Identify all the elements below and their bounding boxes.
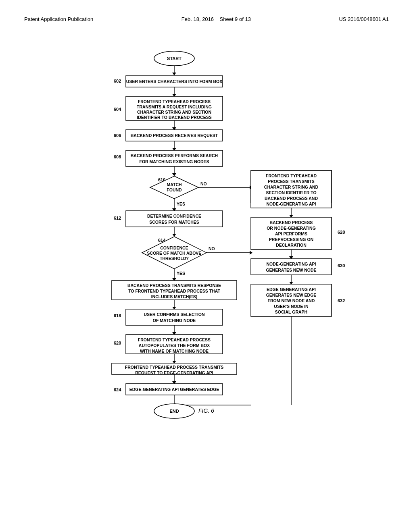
svg-text:NO: NO	[209, 246, 215, 251]
svg-text:BACKEND PROCESS PERFORMS SEARC: BACKEND PROCESS PERFORMS SEARCH	[131, 153, 218, 158]
svg-text:DECLARATION: DECLARATION	[276, 243, 307, 247]
header-left: Patent Application Publication	[24, 16, 93, 22]
svg-text:FIG. 6: FIG. 6	[198, 407, 214, 414]
header-center: Feb. 18, 2016 Sheet 9 of 13	[181, 16, 251, 22]
flowchart-diagram: START 602 USER ENTERS CHARACTERS INTO FO…	[49, 46, 364, 510]
svg-text:SOCIAL GRAPH: SOCIAL GRAPH	[275, 310, 307, 314]
svg-marker-3	[172, 73, 176, 75]
svg-text:BACKEND PROCESS AND: BACKEND PROCESS AND	[265, 196, 318, 201]
svg-text:GENERATES NEW NODE: GENERATES NEW NODE	[266, 268, 316, 272]
svg-text:FROM NEW NODE AND: FROM NEW NODE AND	[268, 298, 315, 303]
svg-text:THRESHOLD?: THRESHOLD?	[160, 256, 189, 261]
svg-text:628: 628	[338, 230, 345, 235]
svg-text:606: 606	[114, 133, 121, 138]
svg-text:CHARACTER STRING AND: CHARACTER STRING AND	[264, 185, 319, 189]
svg-text:602: 602	[114, 79, 121, 83]
svg-text:DETERMINE CONFIDENCE: DETERMINE CONFIDENCE	[147, 214, 201, 218]
svg-text:604: 604	[114, 107, 121, 112]
svg-marker-51	[250, 251, 252, 255]
svg-text:618: 618	[114, 313, 121, 318]
svg-text:PROCESS TRANSMITS: PROCESS TRANSMITS	[268, 179, 315, 184]
svg-text:GENERATES NEW EDGE: GENERATES NEW EDGE	[266, 293, 317, 297]
svg-text:SCORES FOR MATCHES: SCORES FOR MATCHES	[149, 220, 199, 224]
svg-text:630: 630	[338, 263, 345, 268]
svg-text:608: 608	[114, 154, 121, 159]
svg-text:FRONTEND TYPEAHEAD PROCESS: FRONTEND TYPEAHEAD PROCESS	[138, 337, 211, 342]
svg-text:START: START	[167, 56, 181, 61]
svg-text:MATCH: MATCH	[167, 182, 181, 187]
svg-rect-39	[126, 211, 223, 227]
svg-text:632: 632	[338, 298, 345, 303]
svg-text:BACKEND PROCESS TRANSMITS RESP: BACKEND PROCESS TRANSMITS RESPONSE	[127, 283, 221, 288]
svg-text:USER CONFIRMS SELECTION: USER CONFIRMS SELECTION	[144, 312, 204, 317]
svg-text:CHARACTER STRING AND SECTION: CHARACTER STRING AND SECTION	[137, 110, 211, 114]
svg-text:API PERFORMS: API PERFORMS	[275, 231, 307, 236]
svg-marker-27	[172, 173, 176, 176]
svg-text:IDENTIFIER TO BACKEND PROCESS: IDENTIFIER TO BACKEND PROCESS	[137, 115, 211, 120]
svg-text:SECTION IDENTIFIER TO: SECTION IDENTIFIER TO	[266, 190, 316, 195]
svg-text:USER'S NODE IN: USER'S NODE IN	[274, 304, 308, 309]
svg-text:YES: YES	[177, 271, 185, 276]
svg-text:FRONTEND TYPEAHEAD PROCESS: FRONTEND TYPEAHEAD PROCESS	[138, 99, 211, 104]
svg-text:TRANSMITS A REQUEST INCLUDING: TRANSMITS A REQUEST INCLUDING	[137, 104, 212, 109]
svg-text:CONFIDENCE: CONFIDENCE	[160, 245, 188, 250]
svg-text:NODE-GENERATING API: NODE-GENERATING API	[266, 202, 316, 206]
svg-text:FRONTEND TYPEAHEAD PROCESS TRA: FRONTEND TYPEAHEAD PROCESS TRANSMITS	[125, 365, 223, 370]
svg-text:TO FRONTEND TYPEAHEAD PROCESS : TO FRONTEND TYPEAHEAD PROCESS THAT	[128, 289, 220, 293]
svg-text:PREPROCESSING ON: PREPROCESSING ON	[269, 237, 313, 242]
svg-text:FOUND: FOUND	[167, 187, 182, 192]
svg-text:620: 620	[114, 341, 121, 345]
svg-text:YES: YES	[177, 202, 185, 206]
svg-text:OF MATCHING NODE: OF MATCHING NODE	[153, 318, 196, 323]
svg-text:BACKEND PROCESS RECEIVES REQUE: BACKEND PROCESS RECEIVES REQUEST	[131, 133, 218, 138]
svg-text:EDGE GENERATING API: EDGE GENERATING API	[267, 287, 316, 292]
svg-text:BACKEND PROCESS: BACKEND PROCESS	[270, 220, 313, 225]
svg-text:EDGE-GENERATING API GENERATES : EDGE-GENERATING API GENERATES EDGE	[129, 387, 219, 392]
svg-text:NODE-GENERATING API: NODE-GENERATING API	[266, 262, 316, 266]
header-right: US 2016/0048601 A1	[339, 16, 389, 22]
svg-rect-63	[126, 309, 223, 325]
svg-text:FRONTEND TYPEAHEAD: FRONTEND TYPEAHEAD	[266, 173, 317, 178]
svg-rect-116	[251, 259, 332, 275]
svg-text:INCLUDES MATCH(ES): INCLUDES MATCH(ES)	[151, 294, 198, 299]
svg-text:FOR MATCHING EXISTING NODES: FOR MATCHING EXISTING NODES	[139, 159, 209, 164]
svg-text:612: 612	[114, 216, 121, 220]
svg-text:AUTOPOPULATES THE FORM BOX: AUTOPOPULATES THE FORM BOX	[139, 343, 210, 348]
svg-text:END: END	[169, 409, 179, 414]
svg-text:OR NODE-GENERATING: OR NODE-GENERATING	[267, 226, 316, 231]
svg-rect-23	[126, 150, 223, 166]
svg-text:NO: NO	[200, 181, 207, 186]
svg-text:SCORE OF MATCH ABOVE: SCORE OF MATCH ABOVE	[147, 251, 202, 256]
svg-text:WITH NAME OF MATCHING NODE: WITH NAME OF MATCHING NODE	[140, 349, 209, 353]
svg-text:USER ENTERS CHARACTERS INTO FO: USER ENTERS CHARACTERS INTO FORM BOX	[126, 79, 222, 84]
svg-text:624: 624	[114, 387, 121, 392]
svg-marker-43	[172, 234, 176, 237]
